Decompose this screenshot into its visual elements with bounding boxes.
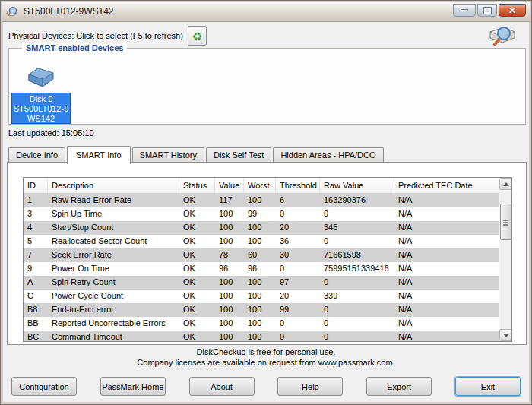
table-cell: OK [179, 221, 215, 235]
column-header-worst[interactable]: Worst [244, 178, 276, 193]
smart-info-panel: ID Description Status Value Worst Thresh… [7, 162, 527, 345]
table-cell: OK [179, 194, 215, 207]
table-cell: 100 [244, 221, 276, 235]
table-row[interactable]: 1Raw Read Error RateOK1171006163290376N/… [24, 194, 499, 207]
column-header-raw-value[interactable]: Raw Value [320, 178, 394, 193]
table-row[interactable]: BCCommand TimeoutOK10010000N/A [24, 331, 499, 341]
scroll-up-button[interactable] [499, 178, 512, 190]
table-cell: OK [179, 317, 215, 331]
tab-smart-info[interactable]: SMART Info [67, 146, 131, 164]
table-cell: Spin Up Time [48, 207, 179, 221]
table-cell: 100 [215, 221, 244, 235]
table-cell: 100 [244, 290, 276, 303]
footer-text-line1: DiskCheckup is free for personal use. [1, 347, 531, 356]
tab-device-info[interactable]: Device Info [8, 147, 65, 163]
table-header: ID Description Status Value Worst Thresh… [24, 178, 499, 194]
table-cell: 100 [244, 317, 276, 331]
column-header-threshold[interactable]: Threshold [276, 178, 320, 193]
device-line-1: Disk 0 [12, 94, 70, 104]
table-cell: 96 [215, 262, 244, 276]
table-cell: 100 [215, 317, 244, 331]
scroll-down-button[interactable] [499, 329, 512, 341]
table-cell: N/A [394, 235, 499, 248]
table-cell: 99 [276, 303, 320, 317]
table-cell: 75995151339416 [320, 262, 394, 276]
table-cell: 1 [24, 194, 48, 207]
column-header-status[interactable]: Status [179, 178, 215, 193]
button-row: Configuration PassMark Home About Help E… [11, 377, 521, 396]
vertical-scrollbar[interactable] [499, 178, 511, 341]
device-line-2: ST500LT012-9 [12, 104, 70, 114]
table-cell: 0 [320, 331, 394, 341]
diskcheckup-window: ST500LT012-9WS142 ✕ Physical Devices: Cl… [0, 0, 532, 405]
export-button[interactable]: Export [366, 377, 432, 396]
table-row[interactable]: 9Power On TimeOK9696075995151339416N/A [24, 262, 499, 276]
table-cell: 78 [215, 248, 244, 262]
table-cell: 36 [276, 235, 320, 248]
tab-hidden-areas[interactable]: Hidden Areas - HPA/DCO [273, 147, 383, 163]
tab-disk-self-test[interactable]: Disk Self Test [206, 147, 271, 163]
table-row[interactable]: BBReported Uncorrectable ErrorsOK1001000… [24, 317, 499, 331]
table-cell: 100 [244, 235, 276, 248]
table-cell: 0 [320, 317, 394, 331]
table-cell: 163290376 [320, 194, 394, 207]
table-cell: 117 [215, 194, 244, 207]
help-button[interactable]: Help [277, 377, 343, 396]
smart-devices-groupbox: SMART-enabled Devices Disk 0 ST500LT012-… [8, 48, 526, 125]
column-header-id[interactable]: ID [24, 178, 48, 193]
table-cell: 100 [215, 303, 244, 317]
refresh-button[interactable]: ♻ [188, 26, 207, 46]
table-row[interactable]: 7Seek Error RateOK78603071661598N/A [24, 248, 499, 262]
about-button[interactable]: About [189, 377, 255, 396]
table-cell: 60 [244, 248, 276, 262]
maximize-button[interactable] [477, 4, 497, 17]
table-cell: Reallocated Sector Count [48, 235, 179, 248]
scrollbar-thumb[interactable] [500, 204, 511, 240]
table-cell: OK [179, 235, 215, 248]
table-cell: 96 [244, 262, 276, 276]
table-cell: Spin Retry Count [48, 276, 179, 290]
passmark-home-button[interactable]: PassMark Home [100, 377, 166, 396]
table-cell: 99 [244, 207, 276, 221]
table-cell: Seek Error Rate [48, 248, 179, 262]
table-cell: 3 [24, 207, 48, 221]
table-cell: OK [179, 276, 215, 290]
exit-button[interactable]: Exit [455, 377, 521, 396]
table-row[interactable]: CPower Cycle CountOK10010020339N/A [24, 290, 499, 303]
column-header-value[interactable]: Value [215, 178, 244, 193]
table-cell: BB [24, 317, 48, 331]
table-row[interactable]: B8End-to-End errorOK100100990N/A [24, 303, 499, 317]
table-cell: C [24, 290, 48, 303]
table-cell: OK [179, 331, 215, 341]
arrow-down-icon [503, 334, 509, 337]
tab-smart-history[interactable]: SMART History [132, 147, 204, 163]
groupbox-title: SMART-enabled Devices [22, 43, 127, 52]
table-row[interactable]: 4Start/Stop CountOK10010020345N/A [24, 221, 499, 235]
arrow-up-icon [503, 182, 509, 186]
smart-attributes-table: ID Description Status Value Worst Thresh… [23, 177, 512, 342]
table-cell: 97 [276, 276, 320, 290]
title-bar[interactable]: ST500LT012-9WS142 ✕ [2, 2, 530, 22]
minimize-button[interactable] [453, 4, 476, 17]
close-button[interactable]: ✕ [499, 4, 526, 17]
table-cell: Command Timeout [48, 331, 179, 341]
table-cell: 100 [244, 303, 276, 317]
device-item-disk0[interactable]: Disk 0 ST500LT012-9 WS142 [11, 93, 71, 124]
table-cell: 100 [244, 276, 276, 290]
table-row[interactable]: 5Reallocated Sector CountOK100100360N/A [24, 235, 499, 248]
column-header-tec-date[interactable]: Predicted TEC Date [394, 178, 499, 193]
table-cell: 100 [215, 235, 244, 248]
app-icon [6, 5, 19, 18]
table-cell: 71661598 [320, 248, 394, 262]
footer-text-line2: Company licenses are available on reques… [1, 358, 531, 367]
table-cell: 0 [320, 303, 394, 317]
table-cell: Reported Uncorrectable Errors [48, 317, 179, 331]
table-cell: 100 [215, 207, 244, 221]
column-header-description[interactable]: Description [48, 178, 179, 193]
table-row[interactable]: ASpin Retry CountOK100100970N/A [24, 276, 499, 290]
table-cell: 30 [276, 248, 320, 262]
table-cell: N/A [394, 221, 499, 235]
configuration-button[interactable]: Configuration [11, 377, 77, 396]
table-row[interactable]: 3Spin Up TimeOK1009900N/A [24, 207, 499, 221]
table-cell: 0 [276, 262, 320, 276]
